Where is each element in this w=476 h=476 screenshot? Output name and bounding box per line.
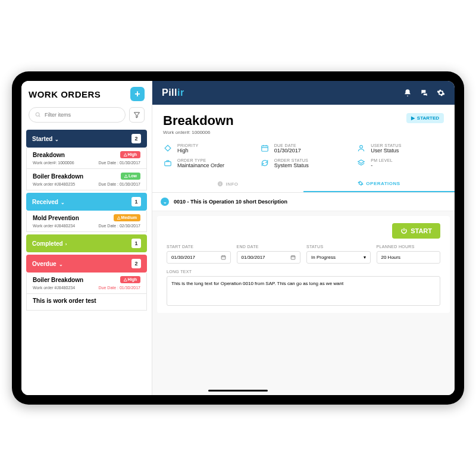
svg-line-1 <box>39 115 40 117</box>
meta-label: PM LEVEL <box>371 158 393 162</box>
meta-item: DUE DATE01/30/2017 <box>260 143 347 154</box>
calendar-icon <box>260 143 270 153</box>
search-row <box>21 107 152 127</box>
svg-point-8 <box>360 145 363 148</box>
work-order-card[interactable]: Boiler Breakdown△ HighWork order #J84802… <box>26 273 147 294</box>
chevron-down-icon: ⌄ <box>59 262 63 267</box>
detail-head: Breakdown Work order#: 1000006 ▶ STARTED… <box>152 105 455 176</box>
meta-value: - <box>371 162 393 168</box>
work-order-card[interactable]: This is work order test <box>26 294 147 311</box>
meta-label: USER STATUS <box>371 143 401 148</box>
svg-rect-14 <box>221 256 226 259</box>
start-operation-button[interactable]: START <box>392 223 440 239</box>
planned-hours-field: PLANNED HOURS 20 Hours <box>377 245 441 264</box>
category-header-overdue[interactable]: Overdue⌄2 <box>26 255 147 273</box>
play-icon: ▶ <box>411 115 415 121</box>
layers-icon <box>356 158 366 168</box>
search-box[interactable] <box>29 107 126 123</box>
add-work-order-button[interactable]: + <box>130 87 145 101</box>
status-badge: ▶ STARTED <box>406 113 444 123</box>
operation-header[interactable]: ⌄ 0010 - This is Operation 10 short Desc… <box>152 193 455 211</box>
long-text-label: LONG TEXT <box>167 270 440 274</box>
svg-point-0 <box>36 112 39 116</box>
work-order-id: Work order #J8480235 <box>33 182 75 186</box>
svg-marker-2 <box>134 112 140 118</box>
status-field: STATUS In Progress ▾ <box>306 245 371 264</box>
status-select[interactable]: In Progress ▾ <box>306 251 371 264</box>
chevron-down-icon: ⌄ <box>61 200 65 205</box>
gear-icon <box>358 180 364 186</box>
work-order-id: Work order#: 1000006 <box>33 161 74 165</box>
filter-button[interactable] <box>129 107 145 123</box>
sidebar-title: WORK ORDERS <box>29 89 101 99</box>
tabs: INFO OPERATIONS <box>152 176 455 193</box>
work-order-name: Boiler Breakdown <box>33 277 83 283</box>
meta-value: 01/30/2017 <box>274 148 301 154</box>
start-row: START <box>167 223 440 239</box>
end-date-field: END DATE 01/30/2017 <box>237 245 301 264</box>
topbar: Pillir <box>152 81 455 105</box>
meta-grid: PRIORITYHighDUE DATE01/30/2017USER STATU… <box>163 143 444 176</box>
notifications-icon[interactable] <box>403 89 412 97</box>
page-title: Breakdown <box>163 113 234 129</box>
work-order-name: Breakdown <box>33 152 65 158</box>
diamond-icon <box>163 143 173 153</box>
meta-value: High <box>177 148 198 154</box>
category-header-completed[interactable]: Completed›1 <box>26 234 147 252</box>
topbar-icons <box>403 89 445 97</box>
svg-point-13 <box>220 182 221 183</box>
settings-icon[interactable] <box>437 89 445 97</box>
category-list[interactable]: Started⌄2Breakdown△ HighWork order#: 100… <box>21 127 152 395</box>
meta-label: ORDER STATUS <box>274 158 309 162</box>
chevron-right-icon: › <box>65 242 67 247</box>
work-order-id: Work order #J8480234 <box>33 286 75 290</box>
work-order-name: Mold Prevention <box>33 215 79 221</box>
category-count: 1 <box>131 239 141 248</box>
meta-label: DUE DATE <box>274 143 301 148</box>
content[interactable]: Breakdown Work order#: 1000006 ▶ STARTED… <box>152 105 455 395</box>
start-date-input[interactable]: 01/30/2017 <box>167 251 231 264</box>
power-icon <box>400 227 408 234</box>
start-date-field: START DATE 01/30/2017 <box>167 245 231 264</box>
sidebar-header: WORK ORDERS + <box>21 81 152 107</box>
work-order-name: This is work order test <box>33 298 96 304</box>
svg-rect-12 <box>220 183 221 185</box>
meta-item: ORDER TYPEMaintainance Order <box>163 158 250 168</box>
category-count: 2 <box>131 134 141 143</box>
search-input[interactable] <box>45 112 119 118</box>
svg-rect-9 <box>165 162 171 166</box>
category-header-started[interactable]: Started⌄2 <box>26 130 147 148</box>
priority-badge: △ Low <box>121 173 140 180</box>
work-order-due: Due Date : 01/30/2017 <box>99 286 140 290</box>
main: Pillir Breakdown Work order#: 1000006 ▶ … <box>152 81 455 395</box>
form-grid: START DATE 01/30/2017 END DATE 01/30/201… <box>167 245 440 264</box>
category-count: 1 <box>131 197 141 206</box>
tablet-frame: WORK ORDERS + Started⌄2Breakdown△ HighWo… <box>12 71 464 405</box>
work-order-card[interactable]: Mold Prevention△ MediumWork order #J8480… <box>26 211 147 232</box>
meta-label: PRIORITY <box>177 143 198 148</box>
chat-icon[interactable] <box>420 89 428 97</box>
planned-hours-input[interactable]: 20 Hours <box>377 251 441 264</box>
tab-info[interactable]: INFO <box>152 176 303 192</box>
svg-rect-18 <box>291 256 295 259</box>
home-indicator <box>208 390 268 392</box>
svg-rect-4 <box>261 146 268 151</box>
meta-value: Maintainance Order <box>177 162 224 168</box>
work-order-due: Due Date : 01/30/2017 <box>99 161 140 165</box>
meta-value: System Status <box>274 162 309 168</box>
meta-item: ORDER STATUSSystem Status <box>260 158 347 168</box>
work-order-due: Due Date : 01/30/2017 <box>99 182 140 186</box>
meta-item: PRIORITYHigh <box>163 143 250 154</box>
work-order-card[interactable]: Breakdown△ HighWork order#: 1000006Due D… <box>26 148 147 169</box>
user-icon <box>356 143 366 153</box>
tab-operations[interactable]: OPERATIONS <box>303 176 455 192</box>
svg-marker-10 <box>358 160 365 164</box>
priority-badge: △ High <box>120 151 141 158</box>
end-date-input[interactable]: 01/30/2017 <box>237 251 301 264</box>
operation-title: 0010 - This is Operation 10 short Descri… <box>174 199 287 205</box>
meta-label: ORDER TYPE <box>177 158 224 162</box>
chevron-down-icon: ▾ <box>364 255 366 260</box>
long-text-input[interactable]: This is the long text for Operation 0010… <box>167 276 440 306</box>
category-header-received[interactable]: Received⌄1 <box>26 193 147 211</box>
work-order-card[interactable]: Boiler Breakdown△ LowWork order #J848023… <box>26 169 147 190</box>
